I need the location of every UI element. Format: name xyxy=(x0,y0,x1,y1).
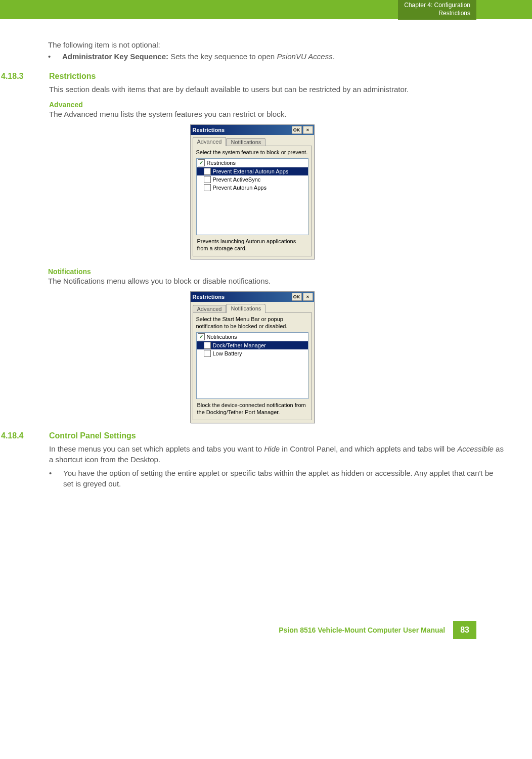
checkbox-icon[interactable]: ✓ xyxy=(198,159,205,166)
section-title: Control Panel Settings xyxy=(49,431,504,440)
dialog-titlebar: Restrictions OK × xyxy=(191,125,314,135)
dialog-instruction: Select the system feature to block or pr… xyxy=(196,149,308,156)
bullet-icon: • xyxy=(48,51,62,62)
list-header-label: Restrictions xyxy=(207,160,236,166)
list-header[interactable]: ✓ Notifications xyxy=(197,333,308,341)
bullet-text: Administrator Key Sequence: Sets the key… xyxy=(62,51,335,62)
bullet-text: You have the option of setting the entir… xyxy=(63,468,504,489)
dialog-help: Prevents launching Autorun applications … xyxy=(196,235,308,253)
list-item-label: Prevent Autorun Apps xyxy=(213,185,267,191)
close-button[interactable]: × xyxy=(303,293,313,301)
list-item-label: Low Battery xyxy=(213,350,242,356)
advanced-desc: The Advanced menu lists the system featu… xyxy=(49,109,504,119)
dialog-titlebar: Restrictions OK × xyxy=(191,292,314,302)
list-item[interactable]: Prevent ActiveSync xyxy=(197,175,308,184)
page-content: The following item is not optional: • Ad… xyxy=(0,19,532,489)
tab-notifications[interactable]: Notifications xyxy=(226,138,265,146)
list-item[interactable]: Prevent External Autorun Apps xyxy=(197,167,308,175)
list-header-label: Notifications xyxy=(207,334,237,340)
p1b: in Control Panel, and which applets and … xyxy=(280,444,457,453)
footer-title: Psion 8516 Vehicle-Mount Computer User M… xyxy=(279,626,445,634)
chapter-label: Chapter 4: Configuration xyxy=(404,2,470,10)
notifications-block: Notifications The Notifications menu all… xyxy=(48,267,504,286)
bullet-rest: Sets the key sequence to open xyxy=(168,52,277,61)
footer-page-number: 83 xyxy=(453,621,476,639)
dialog-title: Restrictions xyxy=(193,294,225,300)
list-item-label: Dock/Tether Manager xyxy=(213,342,266,348)
notifications-listbox[interactable]: ✓ Notifications Dock/Tether Manager Low … xyxy=(196,332,308,399)
list-item[interactable]: Prevent Autorun Apps xyxy=(197,184,308,192)
list-item-label: Prevent External Autorun Apps xyxy=(213,168,289,174)
checkbox-icon[interactable] xyxy=(204,184,211,191)
dialog-help: Block the device-connected notification … xyxy=(196,399,308,417)
page-footer: Psion 8516 Vehicle-Mount Computer User M… xyxy=(0,620,532,640)
dialog-title: Restrictions xyxy=(193,127,225,133)
p1a: In these menus you can set which applets… xyxy=(49,444,264,453)
tab-body: Select the system feature to block or pr… xyxy=(193,146,312,256)
tab-notifications[interactable]: Notifications xyxy=(226,304,265,313)
p1-accessible: Accessible xyxy=(457,444,494,453)
checkbox-icon[interactable] xyxy=(204,168,211,175)
checkbox-icon[interactable] xyxy=(204,342,211,349)
page-header: Chapter 4: Configuration Restrictions xyxy=(0,0,532,19)
checkbox-icon[interactable] xyxy=(204,350,211,357)
intro-bullet: • Administrator Key Sequence: Sets the k… xyxy=(48,51,504,62)
section-4-18-3: 4.18.3 Restrictions This section deals w… xyxy=(0,72,504,119)
checkbox-icon[interactable]: ✓ xyxy=(198,333,205,340)
bullet-end: . xyxy=(333,52,335,61)
restrictions-advanced-dialog: Restrictions OK × Advanced Notifications… xyxy=(190,124,315,259)
ok-button[interactable]: OK xyxy=(292,293,302,301)
tab-advanced[interactable]: Advanced xyxy=(193,305,227,313)
dialog-tabs: Advanced Notifications xyxy=(191,302,314,313)
ok-button[interactable]: OK xyxy=(292,126,302,134)
list-item[interactable]: Dock/Tether Manager xyxy=(197,341,308,349)
list-item-label: Prevent ActiveSync xyxy=(213,176,261,183)
section-4-18-4: 4.18.4 Control Panel Settings In these m… xyxy=(0,431,504,489)
notifications-desc: The Notifications menu allows you to blo… xyxy=(48,276,504,286)
section-bullet: • You have the option of setting the ent… xyxy=(49,468,504,489)
dialog-instruction: Select the Start Menu Bar or popup notif… xyxy=(196,316,308,330)
section-title: Restrictions xyxy=(49,72,504,81)
bullet-bold: Administrator Key Sequence: xyxy=(62,52,168,61)
p1-hide: Hide xyxy=(264,444,280,453)
section-para: In these menus you can set which applets… xyxy=(49,443,504,465)
close-button[interactable]: × xyxy=(303,126,313,134)
list-item[interactable]: Low Battery xyxy=(197,349,308,358)
bullet-icon: • xyxy=(49,468,63,489)
list-header[interactable]: ✓ Restrictions xyxy=(197,159,308,167)
advanced-heading: Advanced xyxy=(49,101,504,109)
features-listbox[interactable]: ✓ Restrictions Prevent External Autorun … xyxy=(196,158,308,235)
bullet-italic: PsionVU Access xyxy=(277,52,332,61)
section-desc: This section deals with items that are b… xyxy=(49,84,504,95)
section-label: Restrictions xyxy=(404,10,470,18)
section-number: 4.18.4 xyxy=(0,431,49,489)
tab-body: Select the Start Menu Bar or popup notif… xyxy=(193,312,312,420)
checkbox-icon[interactable] xyxy=(204,176,211,183)
header-box: Chapter 4: Configuration Restrictions xyxy=(398,0,476,20)
section-number: 4.18.3 xyxy=(0,72,49,119)
tab-advanced[interactable]: Advanced xyxy=(193,137,227,146)
intro-line: The following item is not optional: xyxy=(48,39,504,50)
restrictions-notifications-dialog: Restrictions OK × Advanced Notifications… xyxy=(190,291,315,423)
dialog-tabs: Advanced Notifications xyxy=(191,135,314,146)
notifications-heading: Notifications xyxy=(48,267,504,276)
